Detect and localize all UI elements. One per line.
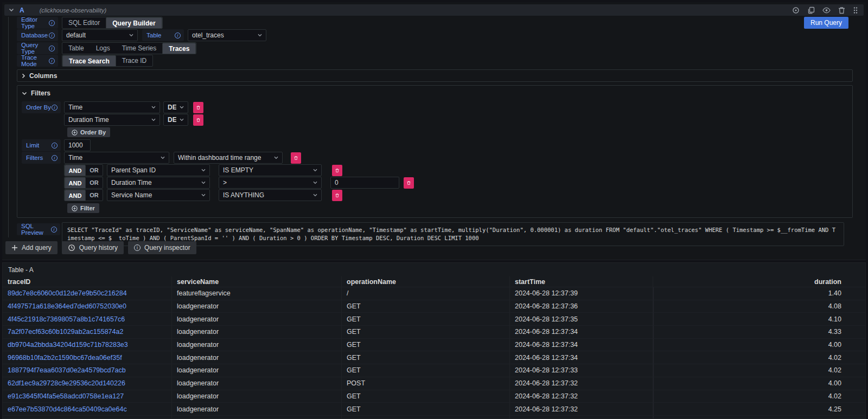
info-icon[interactable]: i	[49, 33, 55, 38]
column-header-operationname[interactable]: operationName	[342, 276, 510, 287]
query-history-button[interactable]: Query history	[62, 241, 124, 254]
editor-type-option-sql-editor[interactable]: SQL Editor	[62, 17, 106, 28]
panel-title[interactable]: Table - A	[3, 263, 865, 276]
filter-field-select[interactable]: Time	[64, 152, 169, 164]
remove-order-by-button[interactable]	[193, 114, 203, 126]
order-by-direction-select[interactable]: DESC	[163, 114, 188, 126]
traceid-link[interactable]: 1887794f7eaa6037d0e2a4579bcd7acb	[8, 366, 126, 374]
table-row: e91c3645f04fa5e58adcd0758e1ea127loadgene…	[3, 390, 865, 403]
database-select[interactable]: default	[62, 29, 138, 41]
add-query-label: Add query	[22, 244, 52, 252]
table-label-text: Table	[146, 32, 162, 38]
table-row: 7a2f07ecf63c60b1029ab2ac155874a2loadgene…	[3, 325, 865, 338]
info-icon[interactable]: i	[51, 227, 57, 233]
limit-input[interactable]	[64, 139, 91, 151]
traceid-link[interactable]: e91c3645f04fa5e58adcd0758e1ea127	[8, 392, 124, 400]
filter-condition-row-1: AND OR Parent Span ID IS EMPTY	[64, 164, 848, 176]
traceid-cell: 62df1ec9a29728c9e29536c20d140226	[3, 377, 172, 390]
query-inspector-button[interactable]: i Query inspector	[128, 241, 196, 254]
chevron-down-icon	[161, 156, 165, 159]
column-header-servicename[interactable]: serviceName	[172, 276, 342, 287]
traceid-link[interactable]: e67ee7b53870d4c864ca50409ca0e64c	[8, 405, 127, 413]
limit-label-text: Limit	[26, 142, 39, 149]
status-circle-icon[interactable]	[791, 5, 801, 15]
traceid-link[interactable]: 4f45c21918c73698057a8b1c741657c6	[8, 315, 125, 323]
order-by-direction-select[interactable]: DESC	[163, 101, 188, 113]
filters-section-header[interactable]: Filters	[22, 89, 848, 98]
remove-order-by-button[interactable]	[193, 102, 203, 113]
remove-query-trash-icon[interactable]	[837, 5, 846, 15]
order-by-field-select[interactable]: Time	[64, 101, 160, 113]
add-order-by-button[interactable]: Order By	[67, 127, 110, 137]
column-header-starttime[interactable]: startTime	[510, 276, 653, 287]
query-type-option-traces[interactable]: Traces	[162, 43, 196, 54]
hide-response-eye-icon[interactable]	[821, 6, 832, 15]
duration-cell: 4.02	[653, 351, 865, 364]
order-by-field-select[interactable]: Duration Time	[64, 114, 160, 126]
remove-filter-button[interactable]	[291, 152, 301, 164]
chevron-down-icon	[180, 106, 184, 109]
query-type-option-time-series[interactable]: Time Series	[116, 43, 163, 54]
query-type-option-table[interactable]: Table	[62, 43, 90, 54]
starttime-cell: 2024-06-28 12:37:34	[510, 351, 653, 364]
and-option[interactable]: AND	[65, 190, 86, 201]
or-option[interactable]: OR	[86, 190, 103, 201]
info-icon[interactable]: i	[175, 33, 181, 38]
servicename-cell	[172, 416, 342, 419]
remove-filter-button[interactable]	[404, 177, 414, 189]
columns-section-header[interactable]: Columns	[17, 70, 852, 81]
or-option[interactable]: OR	[86, 165, 103, 176]
table-panel: Table - A traceID serviceName operationN…	[2, 262, 866, 419]
order-by-direction-value: DESC	[168, 116, 176, 124]
or-option[interactable]: OR	[86, 177, 103, 188]
query-type-option-logs[interactable]: Logs	[90, 43, 116, 54]
traceid-link[interactable]: 62df1ec9a29728c9e29536c20d140226	[8, 379, 125, 387]
add-filter-button[interactable]: Filter	[67, 203, 99, 213]
column-header-duration[interactable]: duration	[653, 276, 865, 287]
traceid-link[interactable]: 4f497571a618e364ed7ded60752030e0	[8, 302, 126, 310]
filter-operator-select[interactable]: IS EMPTY	[219, 164, 322, 176]
table-select[interactable]: otel_traces	[188, 29, 266, 41]
info-icon[interactable]: i	[52, 143, 58, 149]
operationname-cell	[342, 416, 510, 419]
filter-field-select[interactable]: Duration Time	[107, 177, 210, 189]
traceid-link[interactable]: 96968b10fa2b2c1590bc67dea06ef35f	[8, 354, 122, 362]
info-icon[interactable]: i	[52, 105, 58, 111]
query-row-header[interactable]: A (clickhouse-observability)	[4, 4, 864, 16]
limit-row: Limit i	[22, 139, 848, 151]
info-icon[interactable]: i	[49, 20, 55, 26]
filter-field-value: Duration Time	[111, 179, 198, 186]
remove-filter-button[interactable]	[332, 190, 342, 201]
traceid-link[interactable]: 7a2f07ecf63c60b1029ab2ac155874a2	[8, 328, 123, 336]
trace-mode-option-trace-id[interactable]: Trace ID	[116, 55, 153, 66]
trace-mode-option-trace-search[interactable]: Trace Search	[62, 55, 116, 67]
and-option[interactable]: AND	[65, 177, 86, 189]
filter-operator-select[interactable]: IS ANYTHING	[219, 189, 322, 201]
traceid-link[interactable]: 89dc7e8c6060c0d12de7e9b50c216284	[8, 289, 127, 297]
chevron-down-icon	[313, 169, 317, 172]
chevron-down-icon	[22, 92, 27, 95]
history-icon	[68, 244, 75, 252]
and-option[interactable]: AND	[65, 165, 86, 176]
column-header-traceid[interactable]: traceID	[3, 276, 172, 287]
info-icon[interactable]: i	[49, 46, 55, 51]
collapse-query-chevron-icon[interactable]	[9, 8, 14, 12]
filter-field-select[interactable]: Service Name	[107, 189, 210, 201]
editor-type-toggle: SQL Editor Query Builder	[62, 17, 163, 29]
servicename-cell: loadgenerator	[172, 300, 342, 313]
info-icon[interactable]: i	[52, 155, 58, 161]
editor-type-option-query-builder[interactable]: Query Builder	[106, 17, 162, 29]
trash-icon	[335, 167, 339, 173]
info-icon[interactable]: i	[49, 58, 55, 64]
traceid-link[interactable]: db9704a2bbda34204d159c71b78283e3	[8, 341, 128, 349]
add-query-button[interactable]: Add query	[5, 241, 58, 254]
add-filter-row: Filter	[67, 203, 848, 213]
filter-field-select[interactable]: Parent Span ID	[107, 164, 210, 176]
drag-handle-icon[interactable]	[852, 5, 859, 15]
remove-filter-button[interactable]	[332, 165, 342, 176]
filter-operator-select[interactable]: Within dashboard time range	[174, 152, 283, 164]
duplicate-query-icon[interactable]	[806, 5, 816, 15]
filter-operator-select[interactable]: >	[219, 177, 322, 189]
filter-value-input[interactable]	[330, 177, 399, 189]
starttime-cell: 2024-06-28 12:37:34	[510, 339, 653, 351]
